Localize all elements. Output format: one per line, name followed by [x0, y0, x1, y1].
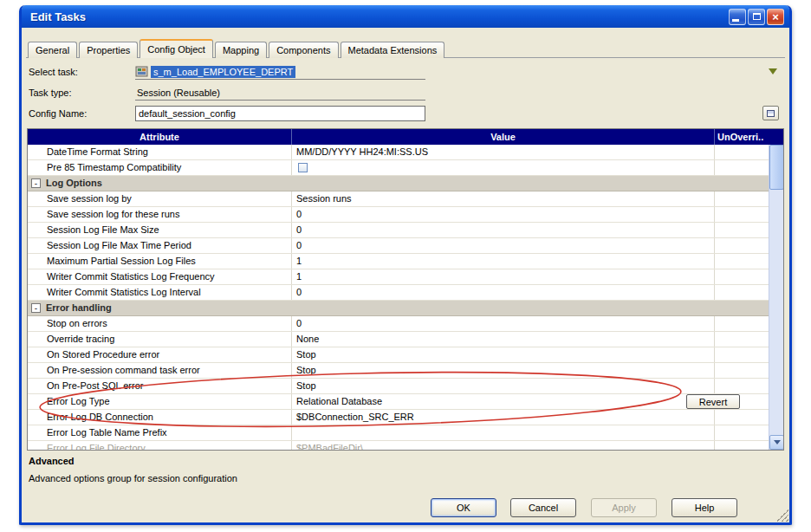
table-group-row[interactable]: -Error handling: [28, 301, 769, 316]
value-cell[interactable]: 0: [292, 223, 715, 237]
table-row[interactable]: Override tracingNone: [28, 332, 769, 347]
table-row[interactable]: On Pre-session command task errorStop: [28, 363, 769, 379]
table-row[interactable]: Error Log DB Connection$DBConnection_SRC…: [28, 410, 769, 425]
tab-config-object[interactable]: Config Object: [139, 39, 213, 58]
table-header-row: Attribute Value UnOverri..: [28, 129, 783, 145]
tab-metadata-extensions[interactable]: Metadata Extensions: [341, 42, 445, 58]
advanced-group-description: Advanced options group for session confi…: [29, 473, 237, 483]
table-row[interactable]: Writer Commit Statistics Log Interval0: [28, 285, 769, 301]
unoverride-cell: [715, 160, 769, 175]
attribute-cell: Stop on errors: [28, 316, 292, 331]
unoverride-cell: [715, 379, 769, 393]
value-cell[interactable]: 0: [292, 285, 715, 300]
session-task-icon: [135, 65, 148, 78]
minimize-button[interactable]: [729, 9, 746, 25]
config-name-label: Config Name:: [29, 108, 87, 119]
cancel-button[interactable]: Cancel: [510, 498, 576, 517]
apply-button[interactable]: Apply: [591, 498, 657, 517]
table-group-row[interactable]: -Log Options: [28, 176, 769, 191]
titlebar[interactable]: Edit Tasks ×: [22, 5, 789, 28]
value-cell[interactable]: 0: [292, 238, 715, 253]
table-row[interactable]: Writer Commit Statistics Log Frequency1: [28, 269, 769, 285]
table-row[interactable]: Pre 85 Timestamp Compatibility: [28, 160, 769, 176]
column-header-unoverride[interactable]: UnOverri..: [715, 129, 783, 145]
edit-tasks-dialog: Edit Tasks × General Properties Config O…: [19, 5, 792, 525]
tab-mapping[interactable]: Mapping: [215, 42, 267, 58]
window-controls: ×: [729, 9, 784, 25]
table-row[interactable]: Save session log bySession runs: [28, 191, 769, 207]
table-row[interactable]: On Stored Procedure errorStop: [28, 347, 769, 363]
table-row[interactable]: Maximum Partial Session Log Files1: [28, 254, 769, 269]
advanced-group-title: Advanced: [29, 456, 75, 466]
value-cell[interactable]: [292, 160, 715, 175]
dialog-buttons: OK Cancel Apply Help: [22, 498, 789, 517]
value-cell[interactable]: 0: [292, 207, 715, 222]
resize-grip[interactable]: [776, 509, 788, 522]
task-type-label: Task type:: [29, 88, 72, 98]
unoverride-cell: [715, 254, 769, 269]
collapse-icon[interactable]: -: [31, 178, 41, 188]
value-cell[interactable]: Session runs: [292, 191, 715, 206]
config-browse-button[interactable]: [762, 106, 779, 120]
attribute-cell: Pre 85 Timestamp Compatibility: [28, 160, 292, 175]
value-cell[interactable]: 1: [292, 254, 715, 269]
revert-button[interactable]: Revert: [686, 394, 740, 409]
value-cell[interactable]: Stop: [292, 379, 715, 393]
select-task-dropdown-icon[interactable]: [769, 68, 777, 75]
column-header-attribute[interactable]: Attribute: [28, 129, 292, 145]
table-row[interactable]: Session Log File Max Size0: [28, 223, 769, 238]
config-name-input[interactable]: [135, 106, 425, 121]
arrow-down-icon: [774, 440, 781, 444]
table-row[interactable]: Error Log Table Name Prefix: [28, 425, 769, 441]
value-cell[interactable]: None: [292, 332, 715, 347]
unoverride-cell: [715, 176, 769, 191]
table-row[interactable]: Save session log for these runs0: [28, 207, 769, 223]
tab-general[interactable]: General: [28, 42, 77, 58]
maximize-icon: [753, 13, 761, 20]
attribute-cell: Error Log File Directory: [28, 441, 292, 450]
attribute-cell: Session Log File Max Size: [28, 223, 292, 237]
attribute-cell: Error Log Type: [28, 394, 292, 409]
ok-button[interactable]: OK: [431, 498, 496, 517]
tab-properties[interactable]: Properties: [79, 42, 138, 58]
value-cell[interactable]: MM/DD/YYYY HH24:MI:SS.US: [292, 145, 715, 159]
value-cell[interactable]: Relational Database: [292, 394, 715, 409]
table-row[interactable]: DateTime Format StringMM/DD/YYYY HH24:MI…: [28, 145, 769, 160]
value-cell[interactable]: 0: [292, 316, 715, 331]
column-header-value[interactable]: Value: [292, 129, 715, 145]
unoverride-cell: [715, 316, 769, 331]
unoverride-cell: [715, 191, 769, 206]
close-button[interactable]: ×: [767, 9, 784, 25]
value-cell[interactable]: $DBConnection_SRC_ERR: [292, 410, 715, 425]
grid-icon: [767, 110, 775, 117]
tab-components[interactable]: Components: [269, 42, 338, 58]
scrollbar-thumb[interactable]: [769, 145, 784, 190]
maximize-button[interactable]: [748, 9, 765, 25]
table-row[interactable]: Error Log TypeRelational DatabaseRevert: [28, 394, 769, 410]
checkbox-unchecked[interactable]: [298, 163, 308, 172]
config-attributes-table: Attribute Value UnOverri.. DateTime Form…: [27, 128, 784, 451]
unoverride-cell: [715, 441, 769, 450]
value-cell[interactable]: Stop: [292, 363, 715, 378]
table-scrollbar[interactable]: [769, 129, 783, 450]
table-row[interactable]: Error Log File Directory$PMBadFileDir\: [28, 441, 769, 450]
select-task-label: Select task:: [29, 67, 78, 77]
dialog-content: General Properties Config Object Mapping…: [22, 28, 789, 522]
value-cell[interactable]: Stop: [292, 347, 715, 362]
value-cell[interactable]: [292, 425, 715, 440]
value-cell[interactable]: $PMBadFileDir\: [292, 441, 715, 450]
window-title: Edit Tasks: [30, 10, 86, 23]
select-task-field[interactable]: s_m_Load_EMPLOYEE_DEPRT: [135, 64, 425, 80]
table-row[interactable]: On Pre-Post SQL errorStop: [28, 379, 769, 394]
task-type-value: Session (Reusable): [137, 88, 220, 98]
table-row[interactable]: Stop on errors0: [28, 316, 769, 332]
attribute-cell: Writer Commit Statistics Log Interval: [28, 285, 292, 300]
table-row[interactable]: Session Log File Max Time Period0: [28, 238, 769, 254]
value-cell[interactable]: 1: [292, 269, 715, 284]
help-button[interactable]: Help: [672, 498, 737, 517]
attribute-cell: Session Log File Max Time Period: [28, 238, 292, 253]
scroll-down-button[interactable]: [769, 435, 784, 450]
unoverride-cell: [715, 207, 769, 222]
collapse-icon[interactable]: -: [31, 303, 41, 313]
attribute-cell: Error Log DB Connection: [28, 410, 292, 425]
